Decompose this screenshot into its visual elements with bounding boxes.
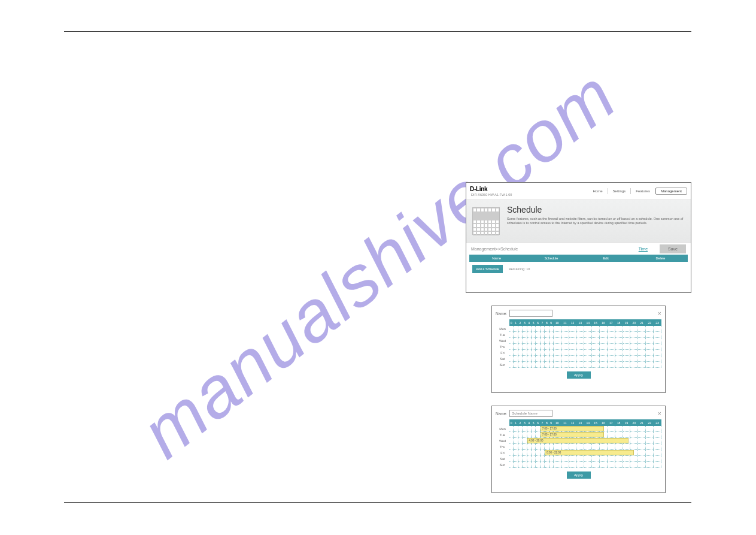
time-cell[interactable]	[561, 456, 569, 462]
time-cell[interactable]	[527, 344, 531, 350]
time-cell[interactable]	[549, 426, 553, 432]
time-cell[interactable]	[527, 456, 531, 462]
time-cell[interactable]	[536, 344, 540, 350]
time-cell[interactable]	[518, 338, 522, 344]
time-cell[interactable]	[630, 438, 638, 444]
time-cell[interactable]: 4:00 - 20:00🗑	[527, 438, 531, 444]
time-cell[interactable]	[527, 450, 531, 456]
time-cell[interactable]	[592, 356, 600, 362]
time-cell[interactable]	[545, 456, 549, 462]
time-cell[interactable]	[509, 326, 514, 332]
apply-button[interactable]: Apply	[567, 471, 591, 479]
time-cell[interactable]	[638, 332, 646, 338]
time-cell[interactable]	[599, 432, 607, 438]
time-cell[interactable]	[553, 438, 561, 444]
time-cell[interactable]	[514, 438, 518, 444]
time-cell[interactable]	[545, 362, 549, 368]
time-cell[interactable]	[514, 432, 518, 438]
time-cell[interactable]	[646, 332, 654, 338]
time-cell[interactable]	[540, 362, 544, 368]
time-cell[interactable]	[509, 456, 514, 462]
nav-features[interactable]: Features	[631, 188, 655, 194]
time-cell[interactable]	[514, 462, 518, 468]
time-cell[interactable]	[569, 344, 576, 350]
time-cell[interactable]	[569, 356, 576, 362]
time-cell[interactable]	[615, 344, 623, 350]
time-cell[interactable]	[527, 426, 531, 432]
time-cell[interactable]	[569, 426, 576, 432]
time-cell[interactable]	[638, 356, 646, 362]
time-cell[interactable]	[531, 444, 535, 450]
time-cell[interactable]	[592, 344, 600, 350]
time-cell[interactable]	[584, 444, 592, 450]
time-cell[interactable]	[623, 456, 630, 462]
time-cell[interactable]	[630, 344, 638, 350]
time-cell[interactable]	[607, 456, 615, 462]
time-cell[interactable]	[545, 462, 549, 468]
time-cell[interactable]	[592, 444, 600, 450]
time-cell[interactable]	[523, 450, 527, 456]
time-cell[interactable]	[509, 332, 514, 338]
time-cell[interactable]	[561, 450, 569, 456]
time-cell[interactable]	[646, 432, 654, 438]
time-cell[interactable]	[518, 432, 522, 438]
time-cell[interactable]	[553, 350, 561, 356]
time-cell[interactable]	[553, 332, 561, 338]
time-cell[interactable]	[545, 332, 549, 338]
time-cell[interactable]	[599, 332, 607, 338]
time-cell[interactable]	[569, 332, 576, 338]
time-cell[interactable]	[615, 432, 623, 438]
time-cell[interactable]	[561, 350, 569, 356]
time-cell[interactable]	[531, 338, 535, 344]
time-cell[interactable]	[561, 344, 569, 350]
time-cell[interactable]	[599, 450, 607, 456]
time-cell[interactable]	[527, 332, 531, 338]
time-cell[interactable]	[527, 462, 531, 468]
time-cell[interactable]	[638, 432, 646, 438]
time-cell[interactable]	[653, 362, 661, 368]
time-cell[interactable]: 8:00 - 22:00🗑	[545, 450, 549, 456]
time-cell[interactable]	[630, 444, 638, 450]
time-cell[interactable]	[523, 362, 527, 368]
time-cell[interactable]	[536, 438, 540, 444]
time-cell[interactable]	[514, 338, 518, 344]
time-cell[interactable]	[509, 444, 514, 450]
time-cell[interactable]	[646, 456, 654, 462]
time-cell[interactable]	[607, 350, 615, 356]
time-cell[interactable]	[615, 426, 623, 432]
time-cell[interactable]	[523, 438, 527, 444]
time-cell[interactable]	[540, 350, 544, 356]
time-cell[interactable]	[561, 332, 569, 338]
time-cell[interactable]	[630, 332, 638, 338]
time-cell[interactable]	[540, 344, 544, 350]
time-cell[interactable]	[514, 344, 518, 350]
time-cell[interactable]	[576, 462, 584, 468]
time-cell[interactable]	[540, 456, 544, 462]
time-cell[interactable]	[549, 362, 553, 368]
time-cell[interactable]	[592, 432, 600, 438]
time-cell[interactable]	[523, 338, 527, 344]
time-cell[interactable]	[630, 350, 638, 356]
time-cell[interactable]	[549, 438, 553, 444]
time-cell[interactable]	[536, 444, 540, 450]
time-cell[interactable]	[518, 350, 522, 356]
time-cell[interactable]	[531, 344, 535, 350]
time-cell[interactable]	[615, 332, 623, 338]
time-cell[interactable]	[531, 362, 535, 368]
time-cell[interactable]	[584, 338, 592, 344]
time-cell[interactable]	[545, 326, 549, 332]
time-cell[interactable]	[653, 438, 661, 444]
time-cell[interactable]	[623, 356, 630, 362]
time-cell[interactable]	[599, 444, 607, 450]
time-cell[interactable]	[638, 362, 646, 368]
time-cell[interactable]	[638, 350, 646, 356]
time-cell[interactable]	[545, 438, 549, 444]
time-cell[interactable]	[523, 332, 527, 338]
time-cell[interactable]	[599, 350, 607, 356]
time-cell[interactable]	[592, 462, 600, 468]
time-cell[interactable]	[646, 356, 654, 362]
time-cell[interactable]	[509, 450, 514, 456]
time-cell[interactable]	[569, 450, 576, 456]
time-cell[interactable]	[584, 350, 592, 356]
time-cell[interactable]	[549, 432, 553, 438]
